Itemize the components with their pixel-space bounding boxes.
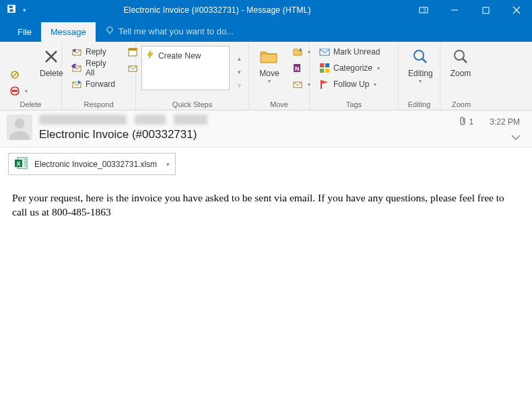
tell-me-placeholder: Tell me what you want to do... bbox=[119, 26, 234, 36]
tab-file[interactable]: File bbox=[8, 22, 41, 42]
chevron-down-icon[interactable]: ▾ bbox=[235, 69, 243, 75]
quick-access-toolbar: ▾ bbox=[0, 4, 26, 16]
actions-button[interactable]: ▾ bbox=[288, 77, 306, 92]
attachment-count: 1 bbox=[469, 117, 474, 127]
quick-steps-gallery[interactable]: Create New bbox=[141, 46, 230, 90]
rules-button[interactable]: ▾ bbox=[288, 44, 306, 59]
onenote-icon: N bbox=[292, 63, 303, 73]
mark-unread-button[interactable]: Mark Unread bbox=[315, 44, 384, 59]
lightning-icon bbox=[145, 50, 155, 61]
lightbulb-icon bbox=[105, 26, 114, 37]
junk-button[interactable]: ▾ bbox=[5, 84, 32, 98]
chevron-down-icon: ▾ bbox=[377, 65, 380, 71]
svg-rect-3 bbox=[9, 9, 13, 12]
save-icon[interactable] bbox=[7, 4, 16, 16]
attachment-filename: Electronic Invoice_00332731.xlsm bbox=[34, 160, 157, 169]
zoom-button[interactable]: Zoom bbox=[446, 44, 475, 98]
chevron-down-icon: ▾ bbox=[374, 81, 376, 88]
reply-all-button[interactable]: Reply All bbox=[67, 61, 119, 75]
svg-line-32 bbox=[422, 59, 426, 63]
attachment-chip[interactable]: X Electronic Invoice_00332731.xlsm ▾ bbox=[8, 153, 176, 175]
svg-point-36 bbox=[14, 119, 24, 129]
svg-point-31 bbox=[414, 51, 424, 60]
ribbon-group-label: Zoom bbox=[446, 98, 477, 110]
ribbon-tabs: File Message Tell me what you want to do… bbox=[0, 20, 532, 42]
excel-icon: X bbox=[14, 156, 29, 172]
rules-icon bbox=[292, 46, 303, 57]
ignore-icon bbox=[9, 69, 20, 80]
onenote-button[interactable]: N bbox=[288, 61, 306, 75]
gallery-scroll[interactable]: ▴ ▾ ▿ bbox=[235, 46, 243, 98]
junk-icon bbox=[9, 86, 20, 96]
ribbon-group-label: Quick Steps bbox=[141, 98, 243, 110]
minimize-button[interactable] bbox=[439, 0, 470, 20]
message-body: Per your request, here is the invoice yo… bbox=[0, 180, 532, 230]
window-title: Electronic Invoice (#00332731) - Message… bbox=[26, 5, 408, 15]
svg-rect-2 bbox=[9, 6, 13, 9]
ribbon-group-label: Move bbox=[255, 98, 304, 110]
delete-icon bbox=[40, 46, 62, 67]
expand-header-button[interactable] bbox=[510, 132, 521, 143]
maximize-button[interactable] bbox=[470, 0, 501, 20]
reply-button[interactable]: Reply bbox=[67, 44, 119, 59]
categorize-button[interactable]: Categorize ▾ bbox=[315, 61, 384, 75]
chevron-down-icon: ▾ bbox=[419, 79, 422, 84]
attachment-icon bbox=[459, 116, 467, 127]
ribbon-group-tags: Mark Unread Categorize ▾ Follow Up ▾ bbox=[310, 42, 399, 110]
zoom-icon bbox=[450, 46, 471, 67]
ribbon: ▾ Delete Delete Reply bbox=[0, 42, 532, 110]
follow-up-button[interactable]: Follow Up ▾ bbox=[315, 77, 384, 92]
sender-line bbox=[39, 114, 524, 128]
message-header: Electronic Invoice (#00332731) 1 3:22 PM bbox=[0, 110, 532, 147]
envelope-icon bbox=[319, 46, 330, 57]
ribbon-group-editing: Editing ▾ Editing bbox=[399, 42, 440, 110]
ribbon-group-respond: Reply Reply All Forward bbox=[62, 42, 136, 110]
title-bar: ▾ Electronic Invoice (#00332731) - Messa… bbox=[0, 0, 532, 20]
svg-rect-29 bbox=[320, 69, 324, 73]
forward-button[interactable]: Forward bbox=[67, 77, 119, 92]
attachment-area: X Electronic Invoice_00332731.xlsm ▾ bbox=[0, 147, 532, 180]
move-button[interactable]: Move ▾ bbox=[255, 44, 284, 98]
chevron-up-icon[interactable]: ▴ bbox=[235, 55, 243, 62]
ribbon-group-label: Editing bbox=[404, 98, 434, 110]
ribbon-group-quicksteps: Create New ▴ ▾ ▿ Quick Steps bbox=[136, 42, 249, 110]
find-icon bbox=[409, 46, 431, 67]
svg-text:X: X bbox=[17, 160, 21, 167]
ignore-button[interactable] bbox=[5, 67, 32, 82]
ribbon-group-move: Move ▾ ▾ N bbox=[249, 42, 310, 110]
svg-point-9 bbox=[107, 27, 112, 32]
reply-all-icon bbox=[71, 63, 82, 73]
expand-gallery-icon[interactable]: ▿ bbox=[235, 82, 243, 89]
avatar bbox=[7, 114, 32, 143]
close-button[interactable] bbox=[501, 0, 532, 20]
editing-button[interactable]: Editing ▾ bbox=[404, 44, 437, 98]
reply-icon bbox=[71, 46, 82, 57]
tell-me-search[interactable]: Tell me what you want to do... bbox=[96, 21, 243, 42]
window-controls bbox=[408, 0, 532, 20]
categorize-icon bbox=[319, 63, 330, 73]
svg-rect-28 bbox=[325, 63, 329, 67]
ribbon-group-zoom: Zoom Zoom bbox=[440, 42, 482, 110]
message-time: 3:22 PM bbox=[490, 117, 520, 127]
folder-move-icon bbox=[259, 46, 280, 67]
ribbon-group-label: Delete bbox=[5, 98, 56, 110]
chevron-down-icon: ▾ bbox=[268, 79, 271, 84]
chevron-down-icon[interactable]: ▾ bbox=[166, 161, 170, 168]
ribbon-display-button[interactable] bbox=[408, 0, 439, 20]
ribbon-group-delete: ▾ Delete Delete bbox=[0, 42, 62, 110]
svg-rect-30 bbox=[325, 69, 329, 73]
svg-text:N: N bbox=[295, 65, 300, 72]
ribbon-group-label: Tags bbox=[315, 98, 393, 110]
chevron-down-icon: ▾ bbox=[25, 88, 28, 94]
svg-line-12 bbox=[13, 73, 17, 77]
flag-icon bbox=[319, 79, 330, 90]
actions-icon bbox=[292, 79, 303, 90]
svg-rect-27 bbox=[320, 63, 324, 67]
svg-line-34 bbox=[463, 59, 467, 63]
svg-rect-6 bbox=[483, 7, 489, 13]
message-subject: Electronic Invoice (#00332731) bbox=[39, 128, 524, 141]
forward-icon bbox=[71, 79, 82, 90]
svg-point-33 bbox=[455, 51, 464, 60]
tab-message[interactable]: Message bbox=[41, 22, 96, 42]
ribbon-group-label: Respond bbox=[67, 98, 130, 110]
